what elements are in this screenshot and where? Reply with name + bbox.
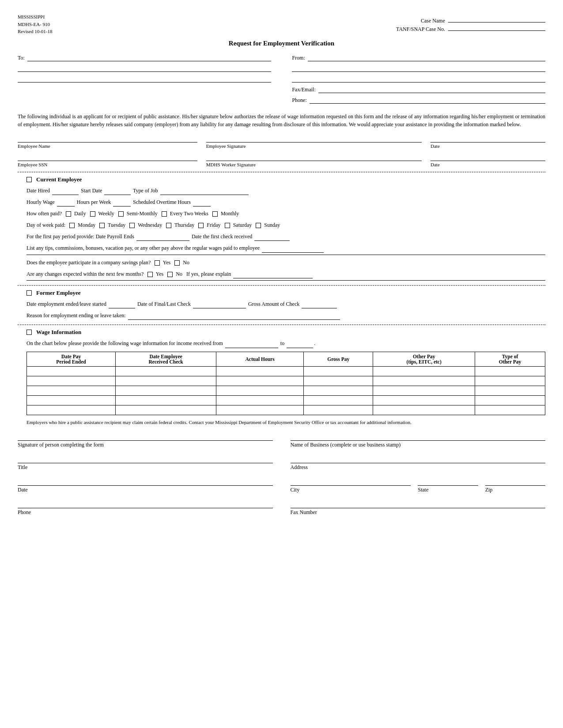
hours-per-week-field[interactable] [113, 206, 131, 206]
sig-person-label: Signature of person completing the form [18, 442, 273, 448]
monthly-checkbox[interactable] [212, 211, 218, 217]
gross-amount-field[interactable] [302, 308, 337, 308]
cell-type-1[interactable] [475, 366, 545, 376]
cell-gross-1[interactable] [304, 366, 373, 376]
hourly-wage-field[interactable] [57, 206, 75, 206]
saturday-checkbox[interactable] [225, 223, 230, 228]
former-employee-checkbox[interactable] [26, 290, 32, 296]
final-check-field[interactable] [193, 308, 246, 308]
cell-actual-hrs-4[interactable] [216, 395, 304, 405]
bottom-phone-field[interactable] [18, 499, 273, 508]
cell-other-5[interactable] [373, 405, 475, 415]
cell-date-pay-1[interactable] [27, 366, 116, 376]
date-hired-field[interactable] [52, 195, 79, 195]
payroll-ends-field[interactable] [136, 240, 189, 241]
table-row [27, 386, 545, 395]
cell-date-pay-3[interactable] [27, 386, 116, 395]
type-of-job-field[interactable] [160, 195, 249, 195]
friday-checkbox[interactable] [198, 223, 204, 228]
cell-date-emp-3[interactable] [116, 386, 216, 395]
wage-to-text: to [280, 340, 284, 346]
state-field[interactable] [418, 477, 478, 486]
scheduled-ot-field[interactable] [193, 206, 211, 206]
cell-type-5[interactable] [475, 405, 545, 415]
every-two-weeks-checkbox[interactable] [162, 211, 167, 217]
wage-to-field[interactable] [287, 348, 313, 348]
snap-case-field[interactable] [448, 30, 545, 31]
weekly-checkbox[interactable] [90, 211, 95, 217]
cell-date-emp-2[interactable] [116, 376, 216, 386]
changes-continuation-line [26, 280, 545, 281]
savings-yes-checkbox[interactable] [155, 260, 160, 266]
semi-monthly-checkbox[interactable] [118, 211, 124, 217]
daily-checkbox[interactable] [66, 211, 71, 217]
current-employee-checkbox[interactable] [26, 177, 32, 182]
savings-label: Does the employee participate in a compa… [26, 259, 151, 266]
cell-actual-hrs-5[interactable] [216, 405, 304, 415]
reason-field[interactable] [128, 319, 340, 320]
changes-no-checkbox[interactable] [167, 272, 173, 277]
changes-yes-label: Yes [156, 271, 163, 277]
sunday-checkbox[interactable] [256, 223, 261, 228]
cell-type-4[interactable] [475, 395, 545, 405]
zip-field[interactable] [485, 477, 545, 486]
case-name-field[interactable] [448, 22, 545, 23]
to-label: To: [18, 55, 25, 61]
every-two-weeks-label: Every Two Weeks [170, 210, 208, 217]
col-gross-pay: Gross Pay [304, 352, 373, 366]
changes-explain-field[interactable] [233, 278, 313, 278]
savings-no-checkbox[interactable] [174, 260, 180, 266]
wage-from-field[interactable] [225, 348, 278, 348]
start-date-field[interactable] [104, 195, 131, 195]
cell-date-pay-5[interactable] [27, 405, 116, 415]
wage-info-checkbox[interactable] [26, 330, 32, 335]
cell-gross-2[interactable] [304, 376, 373, 386]
cell-actual-hrs-3[interactable] [216, 386, 304, 395]
fax-field[interactable] [318, 86, 545, 93]
table-row [27, 395, 545, 405]
phone-field[interactable] [310, 97, 545, 104]
cell-other-3[interactable] [373, 386, 475, 395]
title-field[interactable] [18, 454, 273, 463]
former-employee-heading: Former Employee [36, 289, 80, 296]
from-field[interactable] [308, 54, 545, 61]
cell-gross-5[interactable] [304, 405, 373, 415]
cell-date-emp-5[interactable] [116, 405, 216, 415]
wednesday-checkbox[interactable] [129, 223, 135, 228]
to-field[interactable] [27, 54, 271, 61]
cell-date-pay-2[interactable] [27, 376, 116, 386]
address-label: Address [291, 464, 546, 471]
cell-date-pay-4[interactable] [27, 395, 116, 405]
col-actual-hours: Actual Hours [216, 352, 304, 366]
cell-date-emp-1[interactable] [116, 366, 216, 376]
sig-person-field[interactable] [18, 432, 273, 441]
bottom-phone-label: Phone [18, 509, 273, 516]
tuesday-checkbox[interactable] [99, 223, 105, 228]
cell-type-2[interactable] [475, 376, 545, 386]
changes-yes-checkbox[interactable] [147, 272, 153, 277]
first-check-field[interactable] [254, 240, 290, 241]
end-date-field[interactable] [109, 308, 135, 308]
business-name-field[interactable] [291, 432, 546, 441]
savings-no-label: No [183, 259, 189, 266]
thursday-checkbox[interactable] [166, 223, 171, 228]
cell-gross-3[interactable] [304, 386, 373, 395]
savings-yes-label: Yes [163, 259, 170, 266]
state-label: State [418, 487, 478, 493]
cell-type-3[interactable] [475, 386, 545, 395]
cell-actual-hrs-2[interactable] [216, 376, 304, 386]
fax-number-field[interactable] [291, 499, 546, 508]
city-field[interactable] [291, 477, 411, 486]
cell-gross-4[interactable] [304, 395, 373, 405]
cell-other-4[interactable] [373, 395, 475, 405]
date-field[interactable] [18, 477, 273, 486]
tips-field[interactable] [262, 252, 324, 253]
cell-other-1[interactable] [373, 366, 475, 376]
saturday-label: Saturday [233, 222, 252, 228]
cell-actual-hrs-1[interactable] [216, 366, 304, 376]
monday-checkbox[interactable] [69, 223, 75, 228]
cell-date-emp-4[interactable] [116, 395, 216, 405]
address-field[interactable] [291, 454, 546, 463]
cell-other-2[interactable] [373, 376, 475, 386]
changes-no-label: No [176, 271, 182, 277]
